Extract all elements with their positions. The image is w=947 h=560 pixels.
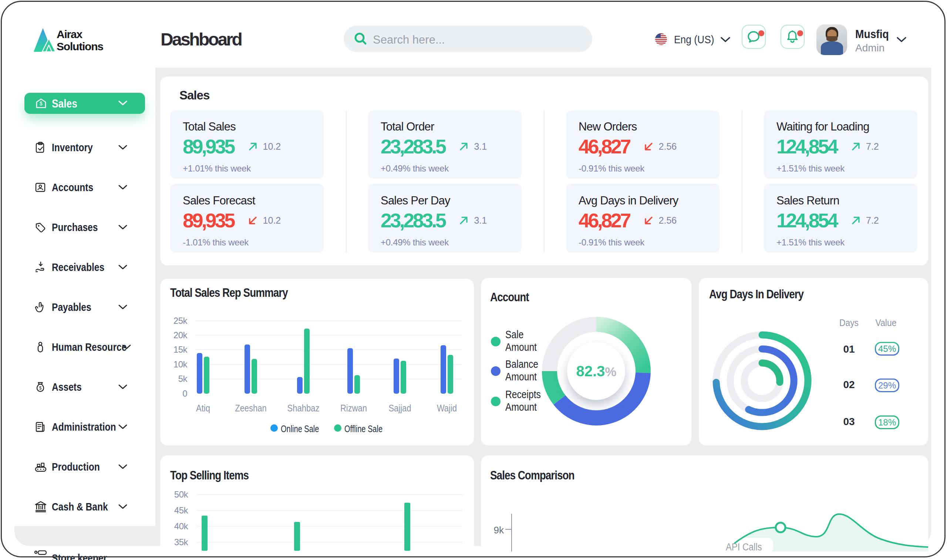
svg-text:$: $ [40,505,42,510]
svg-text:$: $ [40,100,43,106]
svg-text:$: $ [39,386,42,391]
